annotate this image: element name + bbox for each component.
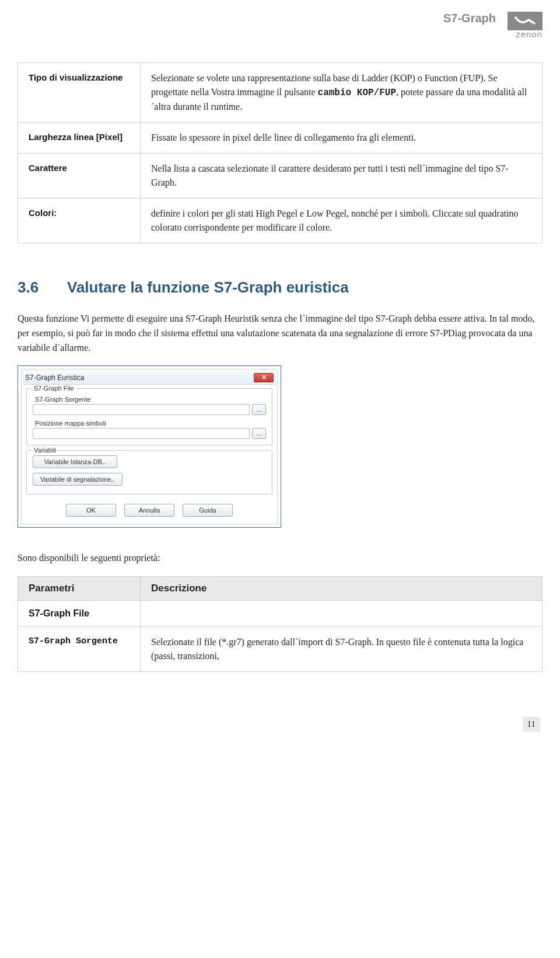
properties-table-1: Tipo di visualizzazione Selezionate se v… bbox=[18, 62, 542, 243]
groupbox-variables: Variabili Variabile Istanza-DB.. Variabi… bbox=[26, 450, 272, 494]
browse-symbols-button[interactable]: ... bbox=[252, 428, 266, 439]
dialog-title: S7-Graph Euristica bbox=[25, 374, 84, 382]
field-row-symbols: ... bbox=[33, 428, 266, 439]
dialog-window: S7-Graph Euristica ✕ S7-Graph File S7-Gr… bbox=[18, 365, 281, 528]
prop-desc: Selezionate se volete una rappresentazio… bbox=[141, 63, 542, 123]
section-paragraph: Questa funzione Vi permette di eseguire … bbox=[18, 312, 542, 355]
page-header: S7-Graph zenon bbox=[18, 12, 542, 39]
var-db-button[interactable]: Variabile Istanza-DB.. bbox=[33, 455, 117, 468]
groupbox-file-legend: S7-Graph File bbox=[32, 385, 76, 392]
groupbox-file: S7-Graph File S7-Graph Sorgente ... Posi… bbox=[26, 388, 272, 445]
table-row: Carattere Nella lista a cascata selezion… bbox=[18, 154, 542, 198]
table-row: Tipo di visualizzazione Selezionate se v… bbox=[18, 63, 542, 123]
properties-intro: Sono disponibili le seguenti proprietà: bbox=[18, 551, 542, 566]
prop-desc: Selezionate il file (*.gr7) generato dal… bbox=[141, 627, 542, 672]
table-row: Larghezza linea [Pixel] Fissate lo spess… bbox=[18, 123, 542, 154]
subheader-empty bbox=[141, 601, 542, 627]
section-number: 3.6 bbox=[18, 278, 67, 297]
header-title: S7-Graph bbox=[443, 12, 496, 25]
prop-label: Tipo di visualizzazione bbox=[18, 63, 141, 123]
var-signal-button[interactable]: Variabile di segnalazione.. bbox=[33, 473, 123, 486]
properties-table-2: Parametri Descrizione S7-Graph File S7-G… bbox=[18, 576, 542, 672]
field-row-source: ... bbox=[33, 404, 266, 415]
table-subheader-row: S7-Graph File bbox=[18, 601, 542, 627]
prop-label: S7-Graph Sorgente bbox=[18, 627, 141, 672]
table-row: Colori: definire i colori per gli stati … bbox=[18, 198, 542, 243]
page-number: 11 bbox=[523, 717, 540, 731]
label-source: S7-Graph Sorgente bbox=[35, 396, 266, 403]
prop-desc: Fissate lo spessore in pixel delle linee… bbox=[141, 123, 542, 154]
label-symbols: Posizione mappa simboli bbox=[35, 420, 266, 427]
cancel-button[interactable]: Annulla bbox=[124, 504, 174, 517]
symbols-input[interactable] bbox=[33, 428, 250, 439]
col-param: Parametri bbox=[18, 577, 141, 601]
dialog-titlebar: S7-Graph Euristica ✕ bbox=[23, 371, 276, 385]
close-button[interactable]: ✕ bbox=[254, 373, 274, 382]
dialog-frame: S7-Graph Euristica ✕ S7-Graph File S7-Gr… bbox=[21, 369, 278, 524]
logo: zenon bbox=[508, 12, 542, 39]
col-desc: Descrizione bbox=[141, 577, 542, 601]
source-input[interactable] bbox=[33, 404, 250, 415]
ok-button[interactable]: OK bbox=[66, 504, 116, 517]
browse-source-button[interactable]: ... bbox=[252, 404, 266, 415]
table-header-row: Parametri Descrizione bbox=[18, 577, 542, 601]
prop-label: Carattere bbox=[18, 154, 141, 198]
section-heading: 3.6Valutare la funzione S7-Graph euristi… bbox=[18, 278, 542, 297]
subheader-cell: S7-Graph File bbox=[18, 601, 141, 627]
prop-label: Colori: bbox=[18, 198, 141, 243]
zenon-logo-icon bbox=[508, 12, 542, 30]
groupbox-var-legend: Variabili bbox=[32, 447, 58, 454]
prop-desc: Nella lista a cascata selezionate il car… bbox=[141, 154, 542, 198]
prop-label: Larghezza linea [Pixel] bbox=[18, 123, 141, 154]
dialog-button-row: OK Annulla Guida bbox=[23, 499, 276, 522]
close-icon: ✕ bbox=[261, 374, 267, 381]
table-row: S7-Graph Sorgente Selezionate il file (*… bbox=[18, 627, 542, 672]
prop-desc: definire i colori per gli stati High Peg… bbox=[141, 198, 542, 243]
section-title: Valutare la funzione S7-Graph euristica bbox=[67, 278, 349, 296]
logo-text: zenon bbox=[516, 29, 542, 39]
help-button[interactable]: Guida bbox=[183, 504, 233, 517]
